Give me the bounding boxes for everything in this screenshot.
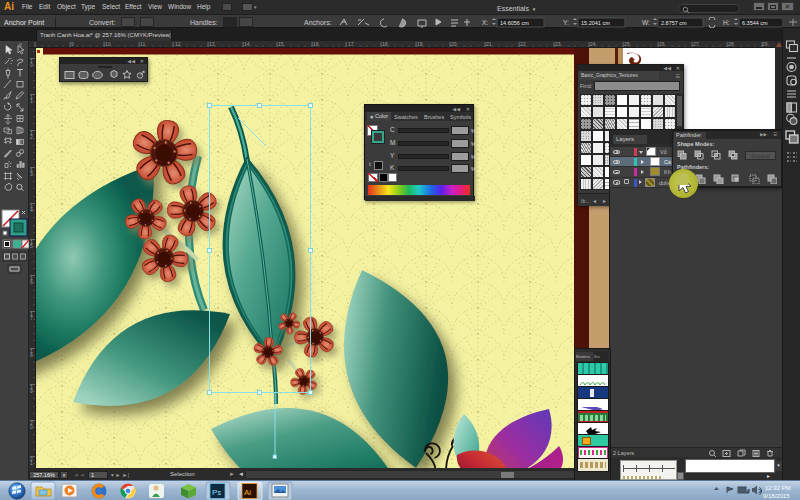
svg-text:6.3544 cm: 6.3544 cm xyxy=(742,20,768,26)
svg-text:9/18/2015: 9/18/2015 xyxy=(763,493,790,499)
svg-text:Y:: Y: xyxy=(563,19,569,26)
svg-text:Ai: Ai xyxy=(244,488,251,497)
svg-text:15.2041 cm: 15.2041 cm xyxy=(581,20,610,26)
svg-text:12:32 PM: 12:32 PM xyxy=(765,485,791,491)
svg-text:W:: W: xyxy=(642,19,650,26)
svg-text:2.8757 cm: 2.8757 cm xyxy=(661,20,687,26)
svg-text:X:: X: xyxy=(482,19,488,26)
svg-text:14.6056 cm: 14.6056 cm xyxy=(500,20,529,26)
svg-text:Ps: Ps xyxy=(212,488,221,497)
svg-text:H:: H: xyxy=(723,19,730,26)
